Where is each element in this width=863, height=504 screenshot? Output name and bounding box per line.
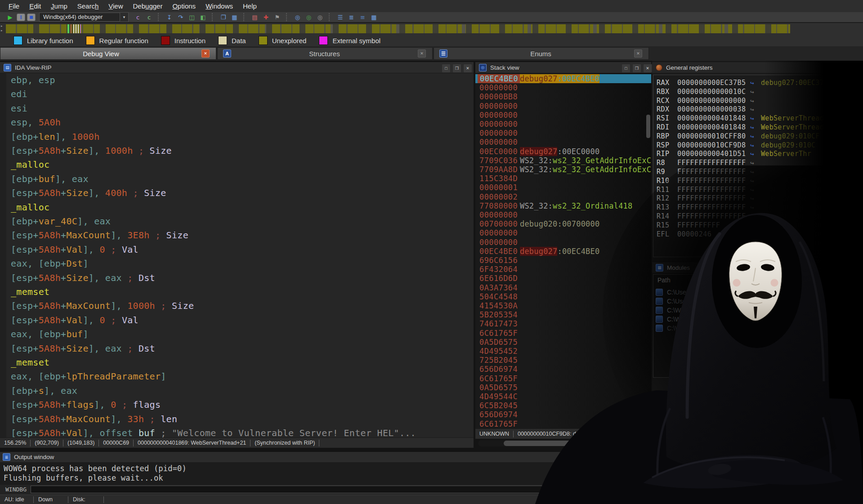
- tab-enums[interactable]: ☰Enums✕: [434, 47, 649, 60]
- output-window-log[interactable]: WOW64 process has been detected (pid=0)F…: [0, 462, 863, 485]
- stack-row[interactable]: 6C61765F: [475, 374, 651, 383]
- register-row[interactable]: RSP00000000010CF9D8↪debug029:010C: [657, 141, 861, 150]
- assembly-line[interactable]: [esp+5A8h+Size], eax ; Dst: [11, 272, 155, 284]
- segments-list-icon[interactable]: ▦: [369, 13, 379, 21]
- restore-icon[interactable]: ❐: [452, 64, 461, 73]
- nav-arrows-icon[interactable]: ▸▸: [1, 24, 5, 34]
- assembly-line[interactable]: ebp, esp: [11, 75, 55, 86]
- navigation-track[interactable]: [6, 24, 790, 33]
- window-list-icon[interactable]: ▦: [230, 13, 239, 21]
- register-row[interactable]: R12FFFFFFFFFFFFFFFF↪: [657, 194, 861, 203]
- stack-vertical-scrollbar[interactable]: [646, 115, 650, 138]
- stack-row[interactable]: 6C61765F: [475, 419, 651, 428]
- tab-structures[interactable]: AStructures✕: [217, 47, 433, 60]
- close-icon[interactable]: ✕: [418, 49, 426, 58]
- assembly-line[interactable]: _memset: [11, 357, 49, 369]
- navigation-band[interactable]: ▸▸: [0, 23, 863, 35]
- module-row[interactable]: C:\Wi: [656, 324, 682, 333]
- assembly-line[interactable]: esp, 5A0h: [11, 117, 61, 129]
- stack-row[interactable]: 725B2045: [475, 356, 651, 365]
- stop-process-button[interactable]: ■: [27, 13, 36, 21]
- menu-jump[interactable]: Jump: [46, 0, 72, 12]
- assembly-line[interactable]: _memset: [11, 286, 49, 298]
- step-over-icon[interactable]: ↷: [176, 13, 185, 21]
- register-row[interactable]: RDI0000000000401848↪WebServerThread: [657, 123, 861, 132]
- stack-row[interactable]: 5B205354: [475, 310, 651, 319]
- strings-list-icon[interactable]: ≡: [358, 13, 367, 21]
- assembly-line[interactable]: _malloc: [11, 202, 49, 214]
- assembly-line[interactable]: [esp+5A8h+Size], 400h ; Size: [11, 187, 166, 199]
- stack-row[interactable]: 00000000: [475, 238, 651, 247]
- start-process-button[interactable]: ▶: [5, 13, 15, 21]
- stack-row[interactable]: 4D49544C: [475, 392, 651, 401]
- stack-horizontal-scrollbar-track[interactable]: [478, 440, 648, 446]
- register-row[interactable]: RIP0000000000401D51↪WebServerThr: [657, 149, 861, 158]
- stack-row[interactable]: 7709AA8DWS2_32:ws2_32_GetAddrInfoExCanc: [475, 165, 651, 174]
- module-row[interactable]: C:\Wind: [656, 315, 689, 324]
- stack-row[interactable]: 0A3A7364: [475, 283, 651, 292]
- assembly-line[interactable]: [esp+5A8h+MaxCount], 1000h ; Size: [11, 300, 194, 312]
- register-row[interactable]: RAX0000000000EC37B5↪debug027:00EC37B5: [657, 78, 861, 87]
- close-icon[interactable]: ✕: [463, 64, 472, 73]
- menu-options[interactable]: Options: [167, 0, 201, 12]
- register-row[interactable]: RCX0000000000000000↪: [657, 96, 861, 105]
- stack-view-rows[interactable]: 00EC4BE0debug027:00EC4BE00000000000000BB…: [475, 73, 651, 428]
- stack-row[interactable]: 7709C036WS2_32:ws2_32_GetAddrInfoExCanc: [475, 156, 651, 165]
- module-row[interactable]: C:\User: [656, 297, 688, 306]
- stack-row[interactable]: 0A5D6575: [475, 383, 651, 392]
- stack-row[interactable]: 00000000: [475, 228, 651, 237]
- pause-process-button[interactable]: ∥: [17, 13, 25, 21]
- stack-row[interactable]: 00000000: [475, 111, 651, 120]
- assembly-line[interactable]: _malloc: [11, 159, 49, 171]
- stack-row[interactable]: 00000002: [475, 192, 651, 201]
- add-breakpoint-icon[interactable]: ✚: [261, 13, 271, 21]
- assembly-line[interactable]: [ebp+var_40C], eax: [11, 216, 111, 227]
- menu-windows[interactable]: Windows: [201, 0, 238, 12]
- assembly-line[interactable]: edi: [11, 89, 27, 100]
- search-icon[interactable]: ◎: [293, 13, 302, 21]
- assembly-line[interactable]: [ebp+len], 1000h: [11, 131, 100, 143]
- stack-row[interactable]: 696C6156: [475, 256, 651, 265]
- stack-horizontal-scrollbar[interactable]: [504, 441, 617, 446]
- close-icon[interactable]: ✕: [201, 49, 210, 58]
- names-list-icon[interactable]: ≣: [347, 13, 356, 21]
- register-row[interactable]: EFL00000246: [657, 230, 861, 239]
- register-row[interactable]: R11FFFFFFFFFFFFFFFF↪: [657, 185, 861, 194]
- flag-icon[interactable]: ⚑: [273, 13, 282, 21]
- assembly-line[interactable]: eax, [ebp+lpThreadParameter]: [11, 371, 166, 383]
- stack-row[interactable]: 00000BB8: [475, 92, 651, 101]
- assembly-line[interactable]: [ebp+buf], eax: [11, 174, 89, 185]
- tab-debug-view[interactable]: Debug View✕: [0, 47, 216, 60]
- run-to-cursor-icon[interactable]: ◧: [198, 13, 208, 21]
- breakpoint-list-icon[interactable]: ▤: [250, 13, 259, 21]
- module-row[interactable]: C:\Wind: [656, 306, 689, 315]
- stack-row[interactable]: 115C384D: [475, 174, 651, 183]
- stack-row[interactable]: 6E616D6D: [475, 274, 651, 283]
- assembly-line[interactable]: [esp+5A8h+Val], 0 ; Val: [11, 315, 139, 326]
- stack-row[interactable]: 6F432064: [475, 265, 651, 274]
- assembly-line[interactable]: eax, [ebp+Dst]: [11, 258, 89, 270]
- stack-row[interactable]: 00000000: [475, 102, 651, 111]
- stack-row[interactable]: 00000000: [475, 138, 651, 147]
- maximize-icon[interactable]: □: [622, 64, 630, 73]
- stack-row[interactable]: 4D495452: [475, 347, 651, 356]
- stack-row[interactable]: 4154530A: [475, 301, 651, 310]
- stack-row[interactable]: 77080000WS2_32:ws2_32_Ordinal418: [475, 201, 651, 210]
- search-add-icon[interactable]: ◎: [304, 13, 313, 21]
- close-icon[interactable]: ✕: [643, 64, 652, 73]
- close-icon[interactable]: ✕: [634, 49, 642, 58]
- debugger-select[interactable]: Windbg(x64) debugger ▼: [39, 12, 129, 22]
- assembly-line[interactable]: [esp+5A8h+Val], 0 ; Val: [11, 244, 139, 256]
- register-row[interactable]: R10FFFFFFFFFFFFFFFF↪: [657, 176, 861, 185]
- assembly-line[interactable]: esi: [11, 103, 27, 115]
- menu-view[interactable]: View: [103, 0, 128, 12]
- open-windows-icon[interactable]: ❐: [219, 13, 228, 21]
- assembly-line[interactable]: [ebp+s], eax: [11, 385, 77, 397]
- stack-row[interactable]: 656D6974: [475, 410, 651, 419]
- register-row[interactable]: R9FFFFFFFFFFFFFFFF↪: [657, 167, 861, 176]
- menu-help[interactable]: Help: [238, 0, 262, 12]
- stack-row[interactable]: 0A5D6575: [475, 338, 651, 347]
- chevron-down-icon[interactable]: ▼: [120, 12, 129, 22]
- stack-row[interactable]: 6C5B2045: [475, 401, 651, 410]
- stack-row[interactable]: 6C61765F: [475, 329, 651, 338]
